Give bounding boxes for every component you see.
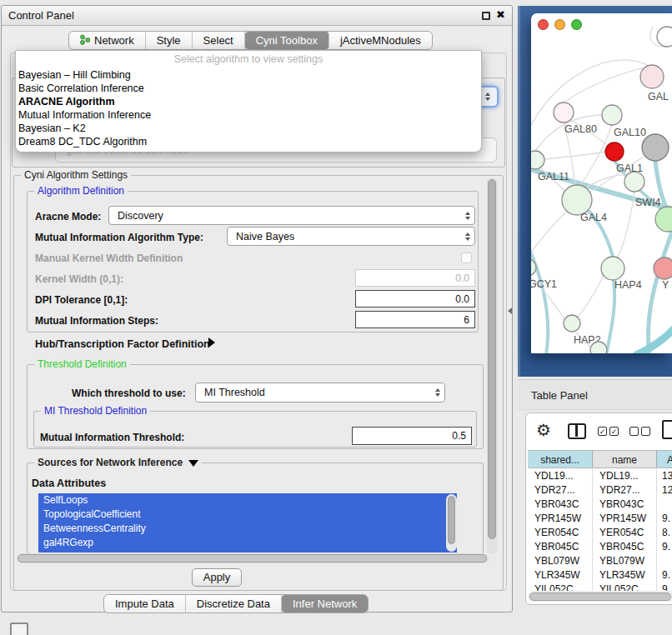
node-gal80[interactable] [554, 102, 574, 122]
table-cell: YBR045C [528, 540, 593, 554]
table-cell: YDR27... [593, 483, 657, 498]
attribute-betweennesscentrality[interactable]: BetweennessCentrality [38, 522, 457, 536]
table-panel-titlebar[interactable]: Table Panel [518, 379, 672, 410]
control-panel-titlebar[interactable]: Control Panel ✖ [2, 6, 512, 26]
node-gal[interactable] [640, 65, 664, 88]
table-cell: YDR27... [528, 483, 593, 498]
algorithm-dropdown-popup: Select algorithm to view settings Bayesi… [15, 50, 482, 152]
node-gal11[interactable] [531, 151, 544, 169]
column-header-a[interactable]: A [657, 450, 672, 468]
aracne-mode-label: Aracne Mode: [35, 211, 101, 222]
mi-type-value: Naive Bayes [236, 231, 294, 242]
select-all-checkboxes-icon[interactable]: ✓ ✓ [598, 427, 619, 436]
node-label: GAL10 [614, 127, 646, 138]
manual-kernel-checkbox[interactable] [461, 252, 472, 263]
algorithm-option-aracne-algorithm[interactable]: ARACNE Algorithm [16, 95, 481, 108]
tab-cyni-toolbox[interactable]: Cyni Toolbox [245, 32, 329, 49]
attribute-selfloops[interactable]: SelfLoops [38, 493, 457, 508]
tab-select[interactable]: Select [193, 32, 245, 49]
collapse-down-icon[interactable] [188, 460, 198, 467]
columns-icon[interactable] [568, 423, 586, 439]
cyni-mode-tabs: Impute DataDiscretize DataInfer Network [103, 594, 369, 613]
table-horizontal-scrollbar-thumb[interactable] [529, 592, 671, 601]
aracne-mode-select[interactable]: Discovery [108, 206, 475, 225]
which-threshold-select[interactable]: MI Threshold [195, 382, 445, 402]
node-gal10[interactable] [602, 105, 622, 125]
gear-icon[interactable]: ⚙ [536, 420, 551, 440]
dpi-tolerance-label: DPI Tolerance [0,1]: [35, 294, 128, 306]
attribute-topologicalcoefficient[interactable]: TopologicalCoefficient [38, 508, 457, 522]
mi-type-select[interactable]: Naive Bayes [227, 227, 475, 246]
node-hap2[interactable] [564, 315, 580, 332]
table-row[interactable]: YLR345WYLR345W9. [528, 568, 672, 582]
algorithm-option-bayesian-k2[interactable]: Bayesian – K2 [16, 122, 481, 135]
close-icon[interactable]: ✖ [496, 8, 505, 21]
node-gal4[interactable] [562, 185, 592, 215]
expander-right-icon[interactable] [208, 338, 215, 348]
algorithm-option-mutual-information-inference[interactable]: Mutual Information Inference [16, 108, 481, 122]
table-row[interactable]: YPR145WYPR145W9. [528, 512, 672, 526]
node-label: GAL11 [538, 171, 569, 182]
spinner-arrows-icon [435, 388, 440, 397]
algorithm-option-bayesian-hill-climbing[interactable]: Bayesian – Hill Climbing [16, 68, 481, 82]
node-label: HAP4 [614, 279, 642, 291]
network-canvas[interactable]: GALGAL80GAL10GAL1GAL11GAL4SWI4GCY1HAP4YH… [531, 13, 672, 353]
data-attributes-list[interactable]: SelfLoopsTopologicalCoefficientBetweenne… [38, 493, 457, 552]
table-cell: 12 [657, 483, 672, 498]
control-panel-tabs: NetworkStyleSelectCyni ToolboxjActiveMNo… [68, 31, 433, 50]
node-gray[interactable] [642, 134, 669, 161]
tab-jactivemnodules[interactable]: jActiveMNodules [329, 32, 432, 49]
node-hap4[interactable] [601, 257, 624, 280]
column-header-name[interactable]: name [593, 450, 657, 468]
table-row[interactable]: YBL079WYBL079W [528, 554, 672, 568]
table-cell [657, 554, 672, 568]
settings-scrollbar-thumb[interactable] [488, 179, 496, 539]
mi-steps-input[interactable]: 6 [355, 311, 475, 328]
column-header-shared[interactable]: shared... [528, 450, 593, 468]
node-label: GAL80 [564, 123, 597, 135]
table-row[interactable]: YDR27...YDR27...12 [528, 483, 672, 498]
document-icon[interactable] [662, 420, 672, 439]
attribute-gal4rgexp[interactable]: gal4RGexp [38, 536, 457, 550]
settings-horizontal-scrollbar-thumb[interactable] [18, 554, 487, 562]
mi-threshold-input[interactable]: 0.5 [352, 427, 472, 445]
splitter-collapse-icon[interactable] [508, 308, 512, 314]
node-gal1[interactable] [624, 172, 644, 192]
attribute-list-scrollbar-thumb[interactable] [448, 496, 455, 544]
network-edge [531, 60, 654, 155]
table-cell: YER054C [528, 526, 593, 540]
network-icon [80, 34, 90, 48]
node-label: Y [662, 279, 669, 291]
tab-impute-data[interactable]: Impute Data [104, 595, 186, 612]
unchecked-checkbox-icon [641, 427, 650, 436]
table-row[interactable]: YBR043CYBR043C [528, 498, 672, 512]
tab-infer-network[interactable]: Infer Network [282, 595, 368, 612]
deselect-all-checkboxes-icon[interactable] [629, 427, 650, 436]
tab-style[interactable]: Style [146, 32, 193, 49]
node-red-highlight[interactable] [605, 142, 624, 161]
manual-kernel-label: Manual Kernel Width Definition [35, 252, 183, 264]
table-row[interactable]: YER054CYER054C8. [528, 526, 672, 540]
threshold-definition-title: Threshold Definition [34, 358, 130, 371]
table-row[interactable]: YBR045CYBR045C9. [528, 540, 672, 554]
tab-discretize-data[interactable]: Discretize Data [186, 595, 282, 612]
algorithm-option-dream8-dc-tdc-algorithm[interactable]: Dream8 DC_TDC Algorithm [16, 135, 481, 148]
node-label: GAL4 [580, 212, 607, 223]
kernel-width-input[interactable]: 0.0 [355, 269, 475, 287]
table-row[interactable]: YDL19...YDL19...13 [528, 469, 672, 483]
restore-icon[interactable] [482, 12, 490, 20]
node-unlabeled[interactable] [657, 27, 672, 47]
node-unlabeled[interactable] [590, 342, 607, 353]
algorithm-option-basic-correlation-inference[interactable]: Basic Correlation Inference [16, 82, 481, 95]
network-edge [531, 207, 573, 259]
collapsed-panel-button[interactable] [10, 622, 28, 635]
tab-label: jActiveMNodules [340, 34, 421, 47]
dpi-tolerance-input[interactable]: 0.0 [355, 290, 475, 308]
network-edge [544, 152, 605, 159]
tab-network[interactable]: Network [69, 32, 146, 49]
node-swi4[interactable] [655, 207, 672, 232]
node-y[interactable] [654, 258, 672, 279]
apply-button[interactable]: Apply [192, 568, 242, 587]
network-view-window[interactable]: GALGAL80GAL10GAL1GAL11GAL4SWI4GCY1HAP4YH… [531, 13, 672, 353]
checked-checkbox-icon: ✓ [598, 427, 607, 436]
